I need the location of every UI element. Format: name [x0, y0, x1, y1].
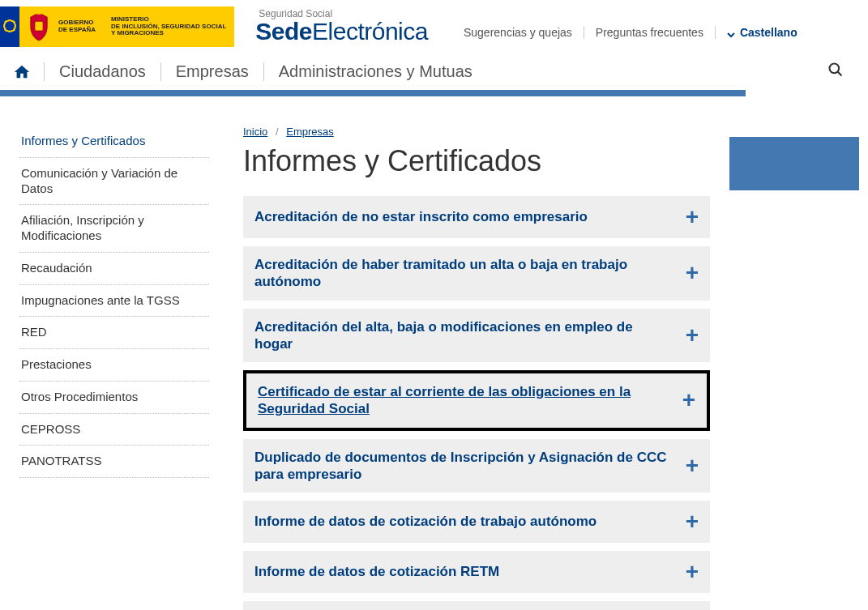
- top-links: Sugerencias y quejas Preguntas frecuente…: [452, 26, 797, 39]
- home-icon[interactable]: [0, 63, 44, 81]
- accordion-title: Acreditación de haber tramitado un alta …: [254, 256, 686, 291]
- accordion-title: Informe de datos de cotización RETM: [254, 563, 686, 580]
- plus-icon: +: [686, 561, 699, 583]
- accordion-list: Acreditación de no estar inscrito como e…: [243, 196, 710, 610]
- plus-icon: +: [686, 262, 699, 284]
- accordion-title: Duplicado de documentos de Inscripción y…: [254, 449, 686, 484]
- plus-icon: +: [686, 510, 699, 533]
- eu-flag: [0, 6, 19, 47]
- accordion-item[interactable]: Informe de estar al corriente de las obl…: [243, 601, 710, 610]
- accordion-title: Acreditación de no estar inscrito como e…: [254, 208, 686, 225]
- gov2-line3: Y MIGRACIONES: [111, 30, 226, 37]
- brand-title: SedeElectrónica: [255, 18, 428, 45]
- accordion-item[interactable]: Acreditación de no estar inscrito como e…: [243, 196, 710, 238]
- breadcrumb-sep: /: [276, 126, 279, 138]
- accordion-item[interactable]: Informe de datos de cotización de trabaj…: [243, 501, 710, 543]
- sidebar-item-impugnaciones[interactable]: Impugnaciones ante la TGSS: [19, 285, 209, 318]
- nav-empresas[interactable]: Empresas: [160, 62, 263, 81]
- brand-block[interactable]: Seguridad Social SedeElectrónica: [255, 8, 428, 45]
- gov-text-2: MINISTERIO DE INCLUSIÓN, SEGURIDAD SOCIA…: [111, 16, 226, 37]
- link-sugerencias[interactable]: Sugerencias y quejas: [452, 26, 584, 39]
- sidebar-item-red[interactable]: RED: [19, 317, 209, 349]
- sidebar-item-recaudacion[interactable]: Recaudación: [19, 253, 209, 285]
- plus-icon: +: [686, 206, 699, 228]
- brand-light: Electrónica: [312, 18, 428, 45]
- sidebar-item-panotratss[interactable]: PANOTRATSS: [19, 446, 209, 478]
- plus-icon: +: [686, 454, 699, 477]
- gov-logo-block: GOBIERNO DE ESPAÑA MINISTERIO DE INCLUSI…: [0, 6, 234, 47]
- accordion-item-highlighted[interactable]: Certificado de estar al corriente de las…: [243, 370, 710, 431]
- breadcrumb: Inicio / Empresas: [243, 126, 710, 138]
- nav-underline: [0, 90, 746, 96]
- gov-yellow-strip: GOBIERNO DE ESPAÑA MINISTERIO DE INCLUSI…: [19, 6, 234, 47]
- accordion-title: Acreditación del alta, baja o modificaci…: [254, 318, 686, 353]
- accordion-item[interactable]: Informe de datos de cotización RETM +: [243, 551, 710, 593]
- sidebar-item-otros[interactable]: Otros Procedimientos: [19, 382, 209, 414]
- sidebar-item-afiliacion[interactable]: Afiliación, Inscripción y Modificaciones: [19, 205, 209, 253]
- link-preguntas[interactable]: Preguntas frecuentes: [584, 26, 716, 39]
- plus-icon: +: [682, 389, 695, 412]
- coat-of-arms-icon: [24, 11, 53, 43]
- nav-administraciones[interactable]: Administraciones y Mutuas: [263, 62, 487, 81]
- brand-bold: Sede: [255, 18, 312, 45]
- language-label: Castellano: [740, 26, 797, 39]
- main-nav: Ciudadanos Empresas Administraciones y M…: [0, 53, 868, 90]
- svg-line-2: [838, 72, 842, 76]
- accordion-title: Certificado de estar al corriente de las…: [258, 383, 682, 418]
- accordion-item[interactable]: Acreditación del alta, baja o modificaci…: [243, 309, 710, 363]
- sidebar-item-informes[interactable]: Informes y Certificados: [19, 126, 209, 158]
- gov-text-1: GOBIERNO DE ESPAÑA: [58, 19, 96, 34]
- sidebar-item-comunicacion[interactable]: Comunicación y Variación de Datos: [19, 158, 209, 206]
- sidebar: Informes y Certificados Comunicación y V…: [0, 126, 219, 478]
- main-column: Inicio / Empresas Informes y Certificado…: [219, 126, 721, 610]
- svg-rect-0: [35, 21, 43, 31]
- svg-point-1: [830, 64, 840, 74]
- breadcrumb-section[interactable]: Empresas: [286, 126, 334, 138]
- sidebar-item-prestaciones[interactable]: Prestaciones: [19, 349, 209, 382]
- search-button[interactable]: [811, 62, 860, 82]
- gov1-line2: DE ESPAÑA: [58, 27, 96, 34]
- accordion-item[interactable]: Duplicado de documentos de Inscripción y…: [243, 439, 710, 493]
- sidebar-item-cepross[interactable]: CEPROSS: [19, 414, 209, 446]
- header-top: GOBIERNO DE ESPAÑA MINISTERIO DE INCLUSI…: [0, 0, 868, 53]
- language-selector[interactable]: Castellano: [716, 26, 797, 39]
- content-area: Informes y Certificados Comunicación y V…: [0, 96, 868, 610]
- plus-icon: +: [686, 324, 699, 347]
- page-title: Informes y Certificados: [243, 144, 710, 178]
- breadcrumb-home[interactable]: Inicio: [243, 126, 267, 138]
- chevron-down-icon: [727, 28, 735, 36]
- accordion-item[interactable]: Acreditación de haber tramitado un alta …: [243, 246, 710, 301]
- accordion-title: Informe de datos de cotización de trabaj…: [254, 513, 686, 530]
- right-blue-block: [729, 137, 859, 190]
- nav-ciudadanos[interactable]: Ciudadanos: [44, 62, 160, 81]
